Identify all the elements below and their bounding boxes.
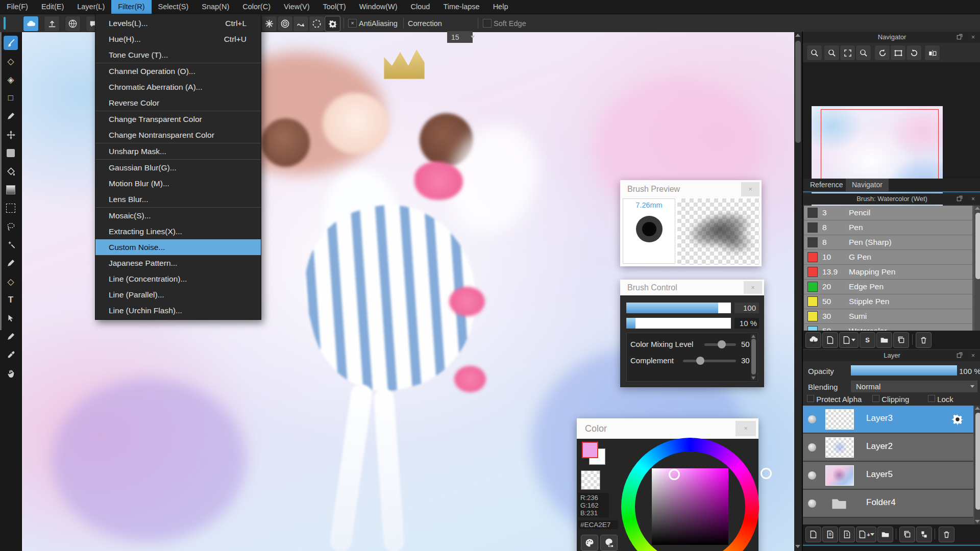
reset-view-button[interactable] <box>890 45 906 61</box>
upload-button[interactable] <box>44 16 60 32</box>
palette-bar-icon-button[interactable] <box>600 535 618 551</box>
brush-scroll-up[interactable] <box>975 207 980 210</box>
brush-row-sumi[interactable]: 30Sumi <box>804 309 972 324</box>
delete-brush-button[interactable] <box>916 332 932 348</box>
menu-item-change-nontransparent-color[interactable]: Change Nontransparent Color <box>95 127 261 143</box>
menu-item-unsharp-mask[interactable]: Unsharp Mask... <box>95 143 261 159</box>
scroll-down-arrow[interactable] <box>795 545 800 548</box>
layer-row-layer5[interactable]: Layer5 <box>803 462 973 490</box>
color-panel-titlebar[interactable]: Color <box>577 418 758 439</box>
rotate-ccw-button[interactable] <box>874 45 890 61</box>
zoom-out-button[interactable]: − <box>855 45 871 61</box>
shape-eraser-tool[interactable]: □ <box>4 91 18 105</box>
brush-opacity-slider[interactable] <box>626 318 731 329</box>
download-brush-button[interactable] <box>805 332 821 348</box>
menu-select[interactable]: Select(S) <box>152 0 195 14</box>
brush-scroll-thumb[interactable] <box>975 213 980 279</box>
tab-reference[interactable]: Reference <box>804 179 849 191</box>
navigator-close-icon[interactable]: × <box>971 34 975 41</box>
rotate-cw-button[interactable] <box>906 45 922 61</box>
brush-folder-button[interactable] <box>876 332 892 348</box>
brush-tool[interactable] <box>4 36 18 50</box>
hue-selector[interactable] <box>761 468 772 479</box>
dot-brush-tool[interactable] <box>4 109 18 123</box>
brush-row-stipple-pen[interactable]: 50Stipple Pen <box>804 294 972 309</box>
cloud-save-button[interactable] <box>23 16 39 32</box>
layer-scroll-down[interactable] <box>975 520 980 523</box>
operation-tool[interactable] <box>4 311 18 325</box>
brush-row-watercolor[interactable]: 50Watercolor <box>804 324 972 331</box>
navigator-popout-icon[interactable] <box>957 34 963 41</box>
brush-row-mapping-pen[interactable]: 13.9Mapping Pen <box>804 265 972 280</box>
new-brush-type-button[interactable] <box>839 332 859 348</box>
zoom-in-button[interactable]: + <box>824 45 840 61</box>
menu-edit[interactable]: Edit(E) <box>35 0 70 14</box>
online-gallery-button[interactable] <box>65 16 81 32</box>
blending-dropdown[interactable]: Normal <box>851 381 977 392</box>
hex-value[interactable]: #ECA2E7 <box>578 520 618 529</box>
snap-curve-button[interactable] <box>293 16 309 32</box>
foreground-color-swatch[interactable] <box>582 442 598 458</box>
menu-item-tone-curve[interactable]: Tone Curve (T)... <box>95 47 261 63</box>
menu-filter[interactable]: Filter(R) <box>111 0 151 14</box>
magic-wand-tool[interactable] <box>4 238 18 252</box>
gradient-tool[interactable] <box>4 183 18 197</box>
flip-horizontal-button[interactable] <box>924 45 940 61</box>
new-folder-button[interactable] <box>877 527 893 542</box>
menu-snap[interactable]: Snap(N) <box>195 0 236 14</box>
hand-tool[interactable] <box>4 366 18 381</box>
eyedropper-tool[interactable] <box>4 348 18 362</box>
brush-preview-titlebar[interactable]: Brush Preview <box>620 180 762 198</box>
layer-row-layer3[interactable]: Layer3 <box>803 406 973 434</box>
layer-scroll-thumb[interactable] <box>975 413 980 510</box>
tab-navigator[interactable]: Navigator <box>846 179 889 191</box>
menu-item-gaussian-blur[interactable]: Gaussian Blur(G)... <box>95 160 261 176</box>
layer-scroll-up[interactable] <box>975 407 980 410</box>
visibility-toggle[interactable] <box>808 499 816 508</box>
duplicate-layer-button[interactable] <box>899 527 915 542</box>
duplicate-brush-button[interactable] <box>893 332 909 348</box>
complement-slider[interactable] <box>683 360 736 362</box>
snap-settings-gear-button[interactable] <box>325 16 340 32</box>
canvas-scrollbar-thumb[interactable] <box>795 41 801 143</box>
param-scrollbar[interactable] <box>751 334 756 380</box>
sv-selector[interactable] <box>669 469 680 480</box>
canvas-vertical-scrollbar[interactable] <box>794 32 802 551</box>
brush-size-value[interactable]: 100 <box>734 303 759 313</box>
brush-row-pen[interactable]: 8Pen <box>804 220 972 235</box>
menu-window[interactable]: Window(W) <box>353 0 404 14</box>
zoom-100-button[interactable]: 1 <box>806 45 822 61</box>
select-eraser-tool[interactable]: ◇ <box>4 274 18 289</box>
menu-item-lens-blur[interactable]: Lens Blur... <box>95 191 261 207</box>
menu-item-line-urchin-flash[interactable]: Line (Urchin Flash)... <box>95 303 261 318</box>
menu-item-line-parallel[interactable]: Line (Parallel)... <box>95 287 261 303</box>
correction-dropdown-arrow[interactable] <box>471 36 475 38</box>
delete-layer-button[interactable] <box>939 527 954 542</box>
brush-size-slider[interactable] <box>626 303 731 313</box>
fill-rect-tool[interactable] <box>4 146 18 160</box>
new-layer-button[interactable] <box>805 527 821 542</box>
brush-control-titlebar[interactable]: Brush Control <box>620 280 764 295</box>
menu-cloud[interactable]: Cloud <box>404 0 437 14</box>
menu-item-channel-operation[interactable]: Channel Operation (O)... <box>95 63 261 79</box>
visibility-toggle[interactable] <box>808 415 816 423</box>
opacity-slider[interactable] <box>851 365 957 375</box>
menu-item-japanese-pattern[interactable]: Japanese Pattern... <box>95 255 261 271</box>
add-layer-menu-button[interactable]: + <box>856 527 876 542</box>
menu-item-custom-noise[interactable]: Custom Noise... <box>95 239 261 255</box>
brush-row-g-pen[interactable]: 10G Pen <box>804 250 972 265</box>
script-brush-button[interactable]: S <box>860 332 875 348</box>
color-panel-close-button[interactable]: × <box>736 421 756 436</box>
lock-checkbox[interactable] <box>928 395 935 402</box>
menu-tool[interactable]: Tool(T) <box>316 0 353 14</box>
layer-row-layer2[interactable]: Layer2 <box>803 434 973 462</box>
brush-opacity-value[interactable]: 10 % <box>734 318 759 329</box>
new-8bit-layer-button[interactable]: 8 <box>822 527 838 542</box>
menu-item-levels[interactable]: Levels(L)...Ctrl+L <box>95 15 261 31</box>
brush-row-pencil[interactable]: 3Pencil <box>804 206 972 220</box>
layer-row-folder4[interactable]: Folder4 <box>803 490 973 518</box>
complement-thumb[interactable] <box>696 357 704 365</box>
brush-list-scrollbar[interactable] <box>974 206 980 331</box>
menu-item-reverse-color[interactable]: Reverse Color <box>95 95 261 111</box>
eraser-tool[interactable]: ◈ <box>4 72 18 87</box>
